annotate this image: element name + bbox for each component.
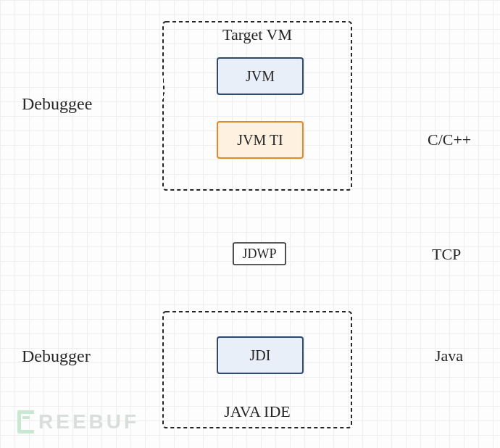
- watermark-icon: [17, 410, 34, 434]
- jdwp-label: JDWP: [242, 246, 276, 261]
- target-vm-title: Target VM: [222, 25, 292, 43]
- target-vm-container: [163, 22, 351, 190]
- diagram-stage: Target VM JVM JVM TI JAVA IDE JDI JDWP D…: [0, 0, 500, 448]
- c-cpp-label: C/C++: [428, 130, 471, 149]
- java-ide-title: JAVA IDE: [224, 402, 291, 420]
- debuggee-label: Debuggee: [22, 94, 92, 114]
- tcp-label: TCP: [432, 245, 461, 264]
- jvm-label: JVM: [246, 68, 275, 84]
- watermark-text: REEBUF: [38, 410, 139, 434]
- diagram-svg: Target VM JVM JVM TI JAVA IDE JDI JDWP: [0, 0, 500, 448]
- jdi-label: JDI: [250, 347, 271, 363]
- debugger-label: Debugger: [22, 347, 91, 366]
- watermark: REEBUF: [17, 410, 139, 434]
- jvmti-label: JVM TI: [237, 132, 283, 148]
- java-label: Java: [435, 347, 463, 365]
